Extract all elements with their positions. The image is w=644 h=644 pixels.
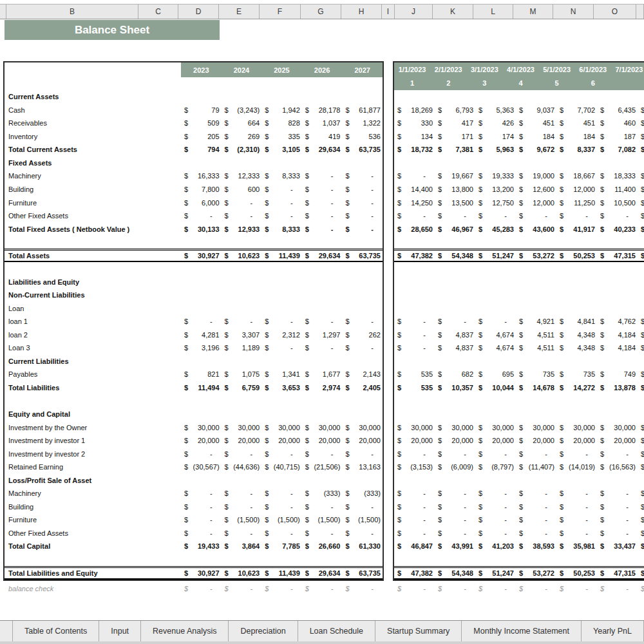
value-cell[interactable]: $(2,310) <box>222 143 262 156</box>
value-cell[interactable]: $14,272 <box>556 381 597 395</box>
row-label[interactable]: Total Liabilities and Equity <box>5 569 181 577</box>
value-cell[interactable]: $- <box>516 527 556 540</box>
value-cell[interactable]: $30,000 <box>475 421 516 434</box>
value-cell[interactable]: $682 <box>435 368 475 381</box>
value-cell-partial[interactable]: $ <box>638 196 644 209</box>
value-cell[interactable]: $- <box>222 487 262 500</box>
value-cell[interactable]: $13,200 <box>475 183 516 196</box>
value-cell[interactable]: $10,623 <box>222 568 262 578</box>
month-number-header[interactable]: 1 <box>394 77 430 91</box>
value-cell[interactable]: $- <box>181 209 222 223</box>
value-cell[interactable]: $20,000 <box>261 434 302 448</box>
value-cell[interactable]: $4,921 <box>516 315 556 328</box>
value-cell[interactable]: $426 <box>475 117 516 130</box>
value-cell[interactable]: $735 <box>516 368 556 381</box>
value-cell[interactable]: $(1,500) <box>261 513 302 527</box>
value-cell[interactable]: $14,400 <box>394 183 435 196</box>
value-cell[interactable]: $79 <box>181 104 222 117</box>
row-label[interactable]: Total Fixed Assets ( Netbook Value ) <box>5 225 181 233</box>
row-label[interactable]: Total Current Assets <box>5 146 181 153</box>
value-cell[interactable]: $821 <box>181 368 222 381</box>
value-cell[interactable]: $45,283 <box>475 222 516 236</box>
value-cell[interactable]: $12,000 <box>556 183 597 196</box>
value-cell[interactable]: $335 <box>261 130 302 144</box>
sheet-tab[interactable]: Depreciation <box>229 621 298 641</box>
value-cell-partial[interactable]: $ <box>638 421 644 434</box>
value-cell[interactable]: $- <box>302 341 343 355</box>
value-cell[interactable]: $40,233 <box>597 222 638 236</box>
year-column-header[interactable]: 2023 <box>181 62 222 77</box>
balance-check-cell[interactable]: $- <box>597 582 638 595</box>
value-cell[interactable]: $1,297 <box>302 328 343 342</box>
value-cell[interactable]: $3,864 <box>222 540 262 553</box>
row-label[interactable]: Other Fixed Assets <box>5 212 181 220</box>
value-cell[interactable]: $- <box>475 513 516 527</box>
value-cell[interactable]: $30,000 <box>597 421 638 434</box>
value-cell[interactable]: $38,593 <box>516 540 556 553</box>
value-cell[interactable]: $535 <box>394 381 435 395</box>
value-cell[interactable]: $19,433 <box>181 540 222 553</box>
row-label[interactable]: Building <box>5 503 181 511</box>
value-cell[interactable]: $451 <box>556 117 597 130</box>
row-label[interactable]: Total Liabilities <box>5 384 181 392</box>
value-cell[interactable]: $1,677 <box>302 368 343 381</box>
column-header[interactable]: I <box>382 5 395 19</box>
value-cell[interactable]: $11,400 <box>597 183 638 196</box>
row-label[interactable]: Payables <box>5 370 181 378</box>
value-cell[interactable]: $2,312 <box>261 328 302 342</box>
value-cell[interactable]: $- <box>597 487 638 500</box>
value-cell[interactable]: $41,203 <box>475 540 516 553</box>
row-label[interactable]: loan 2 <box>5 331 181 339</box>
value-cell-partial[interactable]: $ <box>638 487 644 500</box>
value-cell[interactable]: $- <box>435 513 475 527</box>
balance-check-cell[interactable]: $- <box>222 582 262 595</box>
value-cell[interactable]: $11,250 <box>556 196 597 209</box>
value-cell[interactable]: $2,405 <box>342 381 383 395</box>
month-date-header[interactable]: 3/1/2023 <box>466 62 502 77</box>
sheet-tab[interactable]: Input <box>99 621 141 641</box>
sheet-tab[interactable]: Monthly Income Statement <box>462 621 582 641</box>
value-cell[interactable]: $735 <box>556 368 597 381</box>
value-cell[interactable]: $- <box>342 447 383 460</box>
value-cell[interactable]: $- <box>342 209 383 223</box>
value-cell[interactable]: $33,437 <box>597 540 638 553</box>
value-cell[interactable]: $30,133 <box>181 222 222 236</box>
value-cell[interactable]: $1,341 <box>261 368 302 381</box>
month-date-header[interactable]: 1/1/2023 <box>394 62 430 77</box>
value-cell[interactable]: $3,307 <box>222 328 262 342</box>
value-cell[interactable]: $6,000 <box>181 196 222 209</box>
value-cell[interactable]: $30,000 <box>181 421 222 434</box>
value-cell[interactable]: $(3,153) <box>394 460 435 474</box>
value-cell[interactable]: $- <box>394 328 435 342</box>
value-cell[interactable]: $11,439 <box>261 568 302 578</box>
value-cell[interactable]: $14,678 <box>516 381 556 395</box>
balance-check-cell[interactable]: $- <box>261 582 302 595</box>
value-cell[interactable]: $- <box>394 315 435 328</box>
balance-check-cell[interactable]: $- <box>516 582 556 595</box>
value-cell[interactable]: $- <box>435 447 475 460</box>
value-cell[interactable]: $4,348 <box>556 328 597 342</box>
value-cell[interactable]: $7,702 <box>556 104 597 117</box>
value-cell[interactable]: $536 <box>342 130 383 144</box>
value-cell[interactable]: $- <box>435 209 475 223</box>
value-cell[interactable]: $30,927 <box>181 568 222 578</box>
value-cell[interactable]: $13,800 <box>435 183 475 196</box>
value-cell[interactable]: $18,333 <box>597 169 638 183</box>
value-cell[interactable]: $12,000 <box>516 196 556 209</box>
balance-check-cell[interactable]: $- <box>556 582 597 595</box>
value-cell[interactable]: $174 <box>475 130 516 144</box>
value-cell[interactable]: $7,800 <box>181 183 222 196</box>
value-cell[interactable]: $20,000 <box>342 434 383 448</box>
value-cell[interactable]: $(44,636) <box>222 460 262 474</box>
value-cell-partial[interactable]: $ <box>638 500 644 513</box>
value-cell[interactable]: $6,759 <box>222 381 262 395</box>
row-label[interactable]: Fixed Assets <box>5 159 181 167</box>
value-cell[interactable]: $- <box>261 315 302 328</box>
value-cell-partial[interactable]: $ <box>638 368 644 381</box>
sheet-tab[interactable]: Startup Summary <box>375 621 462 641</box>
value-cell[interactable]: $- <box>302 447 343 460</box>
value-cell[interactable]: $19,333 <box>475 169 516 183</box>
row-label[interactable]: Loan <box>5 305 181 312</box>
month-number-header[interactable]: 6 <box>575 77 611 91</box>
balance-check-cell[interactable]: $- <box>302 582 343 595</box>
